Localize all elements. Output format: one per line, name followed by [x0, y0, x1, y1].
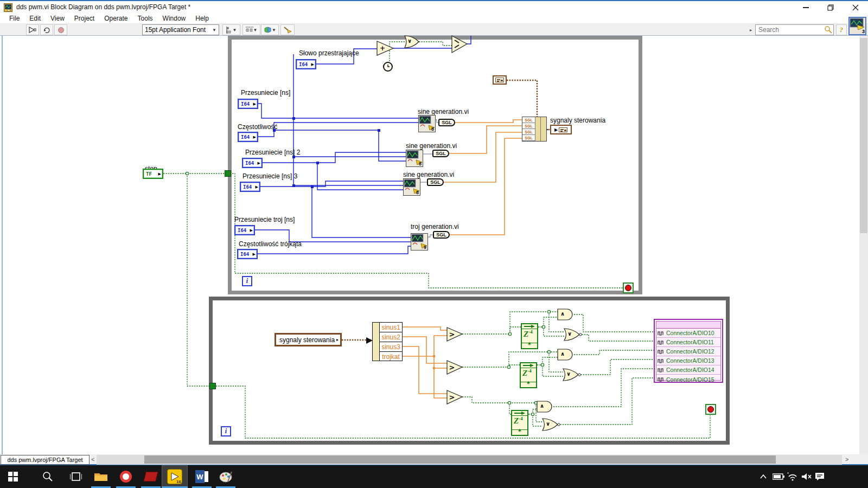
word-button[interactable]: W: [190, 465, 214, 488]
select-function[interactable]: [452, 36, 467, 53]
io-channel-row[interactable]: ConnectorA/DIO10: [656, 329, 720, 338]
or-glyph: ∨: [566, 331, 573, 337]
action-center-icon: [815, 472, 825, 481]
paint-palette-icon: [219, 471, 232, 483]
task-view-icon: [70, 472, 82, 481]
io-node-header: [656, 322, 720, 329]
digital-waveform-icon: [658, 331, 665, 336]
subvi-sine-generation-3[interactable]: 8: [403, 178, 420, 196]
cluster-constant[interactable]: [493, 75, 507, 85]
control-label: Częstotliwość: [238, 123, 277, 131]
tray-chevron-button[interactable]: [755, 465, 771, 488]
control-label: Słowo przestrajające: [299, 49, 359, 57]
tab-scroll-left[interactable]: <: [91, 456, 94, 463]
and-glyph: ∧: [559, 311, 566, 317]
control-label: Przesuniecie [ns]: [241, 89, 290, 97]
bundle-function[interactable]: SGL SGL SGL SGL: [522, 117, 547, 142]
ltspice-icon: [144, 472, 158, 481]
horizontal-scrollbar-thumb[interactable]: [144, 455, 776, 464]
to-sgl-conversion[interactable]: SGL: [427, 178, 444, 186]
and-glyph: ∧: [538, 403, 546, 409]
greater-glyph: >: [448, 363, 456, 371]
io-channel-row[interactable]: ConnectorA/DIO15: [656, 375, 720, 384]
add-glyph: +: [379, 44, 386, 52]
local-variable-sygnaly[interactable]: sygnaly sterowania ▸: [275, 333, 342, 346]
subvi-label: sine generation.vi: [406, 142, 457, 150]
discrete-delay-2[interactable]: Z-4 *: [520, 362, 537, 388]
tunnel-bottom-loop[interactable]: [209, 383, 216, 389]
digital-waveform-icon: [658, 340, 665, 345]
iteration-terminal-top[interactable]: i: [242, 276, 252, 286]
subvi-troj-generation[interactable]: 9: [411, 233, 428, 251]
indicator-label: sygnaly sterowania: [550, 117, 605, 124]
io-channel-row[interactable]: ConnectorA/DIO11: [656, 338, 720, 347]
control-terminal-czestotliwosc[interactable]: I64▶: [238, 132, 258, 142]
digital-waveform-icon: [658, 377, 665, 382]
action-center-button[interactable]: [812, 465, 828, 488]
taskbar: 16 W *: [0, 465, 868, 488]
control-label: Przesuniecie [ns] 3: [242, 172, 297, 180]
control-terminal-przesuniecie-2[interactable]: I64▶: [242, 158, 263, 168]
io-channel-row[interactable]: ConnectorA/DIO12: [656, 347, 720, 356]
discrete-delay-3[interactable]: Z-4 *: [511, 410, 528, 436]
folder-icon: [94, 471, 108, 482]
discrete-delay-1[interactable]: Z-4 *: [521, 323, 538, 349]
loop-condition-terminal-top[interactable]: [623, 282, 634, 293]
loop-condition-terminal-bottom[interactable]: [705, 404, 716, 415]
labview-icon: 16: [167, 469, 182, 484]
file-explorer-button[interactable]: [89, 465, 113, 488]
greater-glyph: >: [448, 393, 456, 401]
battery-icon: [773, 473, 784, 480]
digital-waveform-icon: [658, 349, 665, 354]
stop-terminal[interactable]: TF▶: [143, 169, 163, 179]
to-sgl-conversion[interactable]: SGL: [438, 119, 455, 126]
word-icon: W: [195, 470, 208, 483]
task-view-button[interactable]: [64, 465, 88, 488]
search-icon: [42, 471, 53, 482]
tunnel-top-loop[interactable]: [225, 170, 231, 177]
speaker-muted-icon: [801, 473, 812, 480]
subvi-label: troj generation.vi: [411, 223, 459, 230]
start-button[interactable]: [1, 465, 25, 488]
iteration-terminal-bottom[interactable]: i: [221, 426, 231, 436]
digital-waveform-icon: [658, 368, 665, 373]
scroll-right-arrow[interactable]: >: [845, 456, 848, 463]
or-glyph: ∨: [565, 371, 572, 377]
or-glyph: ∨: [544, 421, 552, 427]
or-top-glyph: ∨: [406, 38, 413, 44]
signals-indicator-terminal[interactable]: ▶: [550, 125, 572, 134]
control-terminal-czestotliwosc-trojkata[interactable]: I64▶: [237, 249, 258, 259]
to-sgl-conversion[interactable]: SGL: [433, 231, 450, 239]
chevron-up-icon: [760, 474, 767, 479]
fpga-io-node[interactable]: ConnectorA/DIO10 ConnectorA/DIO11 Connec…: [654, 319, 723, 383]
subvi-label: sine generation.vi: [403, 171, 454, 178]
wifi-icon: *: [787, 472, 798, 481]
unbundle-by-name[interactable]: sinus1 sinus2 sinus3 trojkat: [372, 322, 403, 361]
taskbar-search-button[interactable]: [36, 465, 60, 488]
control-terminal-slowo[interactable]: I64▶: [296, 59, 316, 69]
paint-button[interactable]: [214, 465, 238, 488]
labview-button-active[interactable]: 16: [162, 465, 188, 488]
subvi-label: sine generation.vi: [418, 108, 469, 115]
control-label: Przesuniecie troj [ns]: [234, 216, 295, 223]
control-terminal-przesuniecie-3[interactable]: I64▶: [240, 182, 260, 192]
to-sgl-conversion[interactable]: SGL: [432, 150, 449, 157]
control-terminal-przesuniecie-troj[interactable]: I64▶: [234, 225, 255, 235]
control-label: Przesuniecie [ns] 2: [245, 149, 300, 156]
and-glyph: ∧: [559, 351, 566, 357]
io-channel-row[interactable]: ConnectorA/DIO14: [656, 365, 720, 375]
subvi-sine-generation-2[interactable]: 8: [406, 150, 423, 167]
status-bar: dds pwm.lvproj/FPGA Target < >: [0, 454, 868, 465]
windows-logo-icon: [8, 472, 18, 481]
control-label: Częstotliwość trójkąta: [239, 240, 302, 248]
ltspice-button[interactable]: [139, 465, 163, 488]
diagram-tab[interactable]: dds pwm.lvproj/FPGA Target: [1, 455, 90, 465]
opera-icon: [120, 471, 132, 483]
greater-glyph: >: [448, 330, 456, 338]
svg-text:*: *: [787, 472, 789, 476]
io-channel-row[interactable]: ConnectorA/DIO13: [656, 356, 720, 365]
control-terminal-przesuniecie[interactable]: I64▶: [238, 99, 258, 109]
subvi-sine-generation-1[interactable]: 8: [418, 115, 436, 132]
opera-button[interactable]: [114, 465, 138, 488]
labview-window: dds pwm.vi Block Diagram on dds pwm.lvpr…: [0, 0, 868, 488]
